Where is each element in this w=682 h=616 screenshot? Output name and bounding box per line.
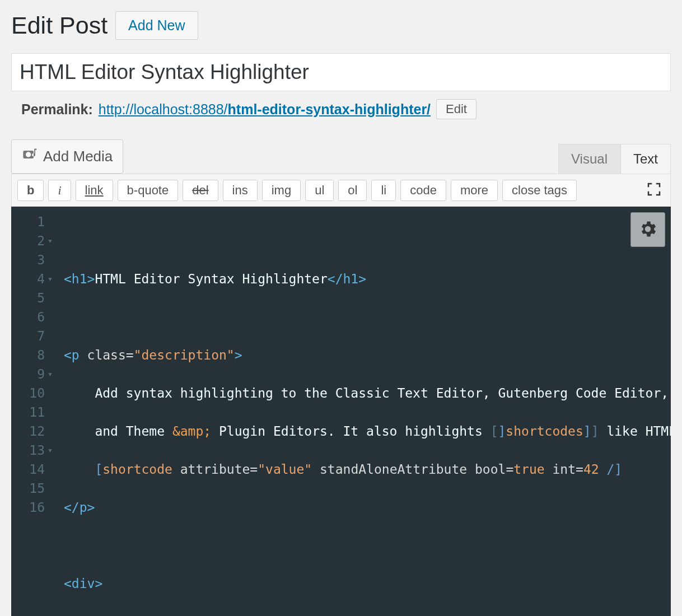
toolbar-ul[interactable]: ul [305, 180, 334, 201]
line-gutter: 12345678910111213141516 [11, 207, 52, 616]
toolbar-ins[interactable]: ins [223, 180, 258, 201]
toolbar-code[interactable]: code [400, 180, 446, 201]
editor-settings-button[interactable] [630, 212, 665, 247]
toolbar-link[interactable]: link [76, 180, 113, 201]
editor-tabs: Visual Text [558, 144, 671, 174]
post-title-input[interactable] [11, 53, 671, 91]
gear-icon [638, 219, 658, 241]
toolbar-close-tags[interactable]: close tags [502, 180, 577, 201]
code-content[interactable]: <h1>HTML Editor Syntax Highlighter</h1> … [52, 207, 671, 616]
fullscreen-button[interactable] [643, 179, 665, 202]
code-editor[interactable]: 12345678910111213141516 <h1>HTML Editor … [11, 207, 671, 616]
toolbar-li[interactable]: li [371, 180, 396, 201]
toolbar-bquote[interactable]: b-quote [118, 180, 179, 201]
permalink-link[interactable]: http://localhost:8888/html-editor-syntax… [99, 101, 431, 118]
toolbar-del[interactable]: del [183, 180, 218, 201]
toolbar-bold[interactable]: b [17, 180, 44, 201]
tab-visual[interactable]: Visual [558, 144, 620, 174]
page-title: Edit Post [11, 12, 108, 39]
toolbar-ol[interactable]: ol [338, 180, 367, 201]
text-toolbar: b i link b-quote del ins img ul ol li co… [11, 174, 671, 207]
camera-music-icon [22, 147, 38, 166]
tab-text[interactable]: Text [620, 144, 671, 174]
edit-permalink-button[interactable]: Edit [436, 99, 477, 119]
fullscreen-icon [646, 191, 662, 199]
permalink-row: Permalink: http://localhost:8888/html-ed… [21, 99, 671, 119]
toolbar-img[interactable]: img [262, 180, 301, 201]
toolbar-more[interactable]: more [451, 180, 498, 201]
add-media-button[interactable]: Add Media [11, 139, 123, 174]
add-new-button[interactable]: Add New [115, 11, 198, 40]
permalink-label: Permalink: [21, 101, 93, 118]
toolbar-italic[interactable]: i [48, 180, 71, 201]
